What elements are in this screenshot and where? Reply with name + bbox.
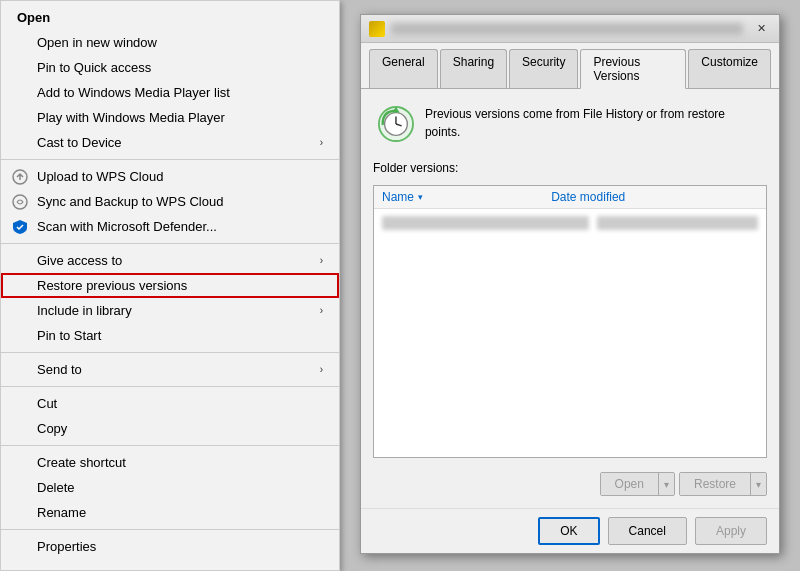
tab-general[interactable]: General — [369, 49, 438, 88]
dialog-content: Previous versions come from File History… — [361, 89, 779, 508]
context-menu: Open Open in new window Pin to Quick acc… — [0, 0, 340, 571]
dialog-title-text — [391, 23, 743, 35]
menu-item-open[interactable]: Open — [1, 5, 339, 30]
restore-button[interactable]: Restore — [680, 473, 750, 495]
restore-dropdown-arrow[interactable]: ▾ — [750, 473, 766, 495]
menu-item-send-to[interactable]: Send to › — [1, 357, 339, 382]
dialog-window: ✕ General Sharing Security Previous Vers… — [360, 14, 780, 554]
menu-item-include-library[interactable]: Include in library › — [1, 298, 339, 323]
tab-customize[interactable]: Customize — [688, 49, 771, 88]
include-library-arrow-icon: › — [320, 305, 323, 316]
info-text: Previous versions come from File History… — [425, 105, 763, 141]
sort-arrow-icon: ▾ — [418, 192, 423, 202]
row-date-cell — [597, 216, 758, 230]
menu-item-properties[interactable]: Properties — [1, 534, 339, 559]
tab-previous-versions[interactable]: Previous Versions — [580, 49, 686, 89]
tab-sharing[interactable]: Sharing — [440, 49, 507, 88]
info-section: Previous versions come from File History… — [373, 101, 767, 147]
versions-body — [374, 209, 766, 457]
table-row[interactable] — [382, 213, 758, 233]
menu-item-scan-defender[interactable]: Scan with Microsoft Defender... — [1, 214, 339, 239]
menu-item-rename[interactable]: Rename — [1, 500, 339, 525]
give-access-arrow-icon: › — [320, 255, 323, 266]
menu-item-cut[interactable]: Cut — [1, 391, 339, 416]
tab-security[interactable]: Security — [509, 49, 578, 88]
separator-6 — [1, 529, 339, 530]
menu-item-give-access[interactable]: Give access to › — [1, 248, 339, 273]
cancel-button[interactable]: Cancel — [608, 517, 687, 545]
menu-item-delete[interactable]: Delete — [1, 475, 339, 500]
header-name[interactable]: Name ▾ — [382, 190, 551, 204]
ok-button[interactable]: OK — [538, 517, 599, 545]
close-button[interactable]: ✕ — [751, 19, 771, 39]
restore-split-button: Restore ▾ — [679, 472, 767, 496]
separator-5 — [1, 445, 339, 446]
versions-header: Name ▾ Date modified — [374, 186, 766, 209]
open-restore-row: Open ▾ Restore ▾ — [373, 472, 767, 496]
open-dropdown-arrow[interactable]: ▾ — [658, 473, 674, 495]
menu-item-copy[interactable]: Copy — [1, 416, 339, 441]
menu-item-create-shortcut[interactable]: Create shortcut — [1, 450, 339, 475]
apply-button[interactable]: Apply — [695, 517, 767, 545]
title-controls: ✕ — [751, 19, 771, 39]
menu-item-open-new-window[interactable]: Open in new window — [1, 30, 339, 55]
svg-point-1 — [13, 195, 27, 209]
menu-item-pin-quick-access[interactable]: Pin to Quick access — [1, 55, 339, 80]
dialog-titlebar: ✕ — [361, 15, 779, 43]
folder-versions-label: Folder versions: — [373, 161, 767, 175]
menu-item-upload-wps[interactable]: Upload to WPS Cloud — [1, 164, 339, 189]
menu-item-play-wmp[interactable]: Play with Windows Media Player — [1, 105, 339, 130]
send-to-arrow-icon: › — [320, 364, 323, 375]
separator-3 — [1, 352, 339, 353]
cast-arrow-icon: › — [320, 137, 323, 148]
menu-item-sync-wps[interactable]: Sync and Backup to WPS Cloud — [1, 189, 339, 214]
defender-icon — [9, 216, 31, 238]
menu-item-pin-start[interactable]: Pin to Start — [1, 323, 339, 348]
separator-1 — [1, 159, 339, 160]
open-split-button: Open ▾ — [600, 472, 675, 496]
history-icon — [377, 105, 415, 143]
menu-item-cast[interactable]: Cast to Device › — [1, 130, 339, 155]
versions-table: Name ▾ Date modified — [373, 185, 767, 458]
dialog-footer: OK Cancel Apply — [361, 508, 779, 553]
menu-item-restore-previous[interactable]: Restore previous versions — [1, 273, 339, 298]
wps-upload-icon — [9, 166, 31, 188]
separator-2 — [1, 243, 339, 244]
wps-sync-icon — [9, 191, 31, 213]
dialog-title-folder-icon — [369, 21, 385, 37]
menu-item-add-wmp[interactable]: Add to Windows Media Player list — [1, 80, 339, 105]
separator-4 — [1, 386, 339, 387]
open-button[interactable]: Open — [601, 473, 658, 495]
row-name-cell — [382, 216, 589, 230]
header-date-modified[interactable]: Date modified — [551, 190, 758, 204]
tabs-bar: General Sharing Security Previous Versio… — [361, 43, 779, 89]
